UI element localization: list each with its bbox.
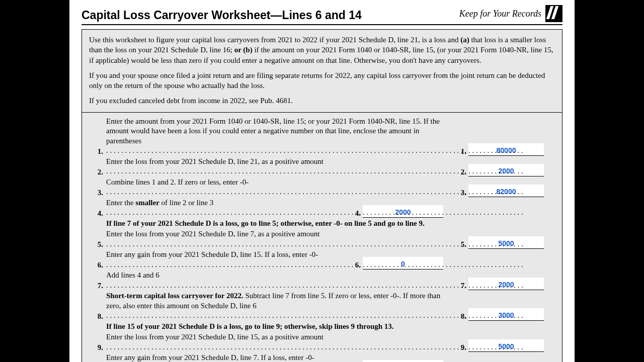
intro-p3: If you excluded canceled debt from incom…: [89, 96, 555, 106]
input-line-10[interactable]: 0: [363, 360, 443, 362]
line-9: 9. Enter the loss from your 2021 Schedul…: [89, 332, 555, 352]
worksheet-frame: Use this worksheet to figure your capita…: [82, 29, 562, 362]
stage: Capital Loss Carryover Worksheet—Lines 6…: [0, 0, 644, 362]
intro-p1: Use this worksheet to figure your capita…: [89, 35, 555, 65]
line-4: 4. Enter the smaller of line 2 or line 3…: [89, 198, 555, 218]
pencil-icon: [545, 5, 562, 22]
line-7: 7. Add lines 4 and 6 7. 2000: [89, 270, 555, 290]
line-6: 6. Enter any gain from your 2021 Schedul…: [89, 250, 555, 269]
line-3: 3. Combine lines 1 and 2. If zero or les…: [89, 177, 555, 197]
hint-after-4: If line 7 of your 2021 Schedule D is a l…: [89, 219, 555, 229]
line-2: 2. Enter the loss from your 2021 Schedul…: [89, 157, 555, 176]
instructions: Use this worksheet to figure your capita…: [82, 30, 562, 113]
hint-after-8: If line 15 of your 2021 Schedule D is a …: [89, 322, 555, 332]
worksheet-page: Capital Loss Carryover Worksheet—Lines 6…: [69, 0, 575, 362]
line-8: 8. Short-term capital loss carryover for…: [89, 291, 555, 321]
line-1: 1. Enter the amount from your 2021 Form …: [89, 117, 555, 156]
page-title: Capital Loss Carryover Worksheet—Lines 6…: [82, 9, 362, 22]
intro-p2: If you and your spouse once filed a join…: [89, 70, 555, 91]
worksheet-lines: 1. Enter the amount from your 2021 Form …: [82, 113, 562, 363]
line-10: 10. Enter any gain from your 2021 Schedu…: [89, 353, 555, 362]
header: Capital Loss Carryover Worksheet—Lines 6…: [82, 5, 562, 25]
keep-text: Keep for Your Records: [459, 9, 541, 19]
line-5: 5. Enter the loss from your 2021 Schedul…: [89, 229, 555, 249]
keep-for-records: Keep for Your Records: [459, 5, 562, 22]
